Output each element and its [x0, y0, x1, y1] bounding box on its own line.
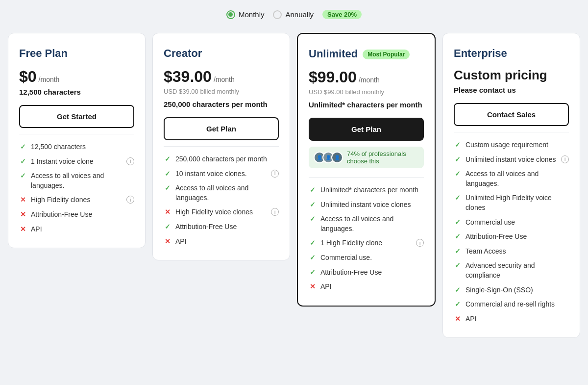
feature-text-group: API — [175, 237, 279, 247]
feature-text-group: Attribution-Free Use — [466, 232, 569, 242]
plan-price-period-free: /month — [39, 76, 60, 83]
feature-text-group: API — [320, 282, 424, 292]
cta-button-free[interactable]: Get Started — [19, 105, 134, 128]
info-icon[interactable]: i — [271, 208, 279, 216]
list-item: ✓1 High Fidelity clonei — [309, 238, 424, 248]
feature-text: Single-Sign-On (SSO) — [466, 285, 569, 295]
feature-text: Team Access — [466, 247, 569, 257]
feature-text: Commercial use — [466, 218, 569, 228]
divider — [309, 177, 424, 178]
list-item: ✕API — [19, 225, 134, 234]
monthly-label: Monthly — [239, 10, 265, 19]
info-icon[interactable]: i — [126, 157, 134, 165]
feature-text: 1 Instant voice clone — [31, 157, 123, 167]
feature-text: 12,500 characters — [31, 142, 134, 152]
social-proof-avatars: 👤👤👤 — [314, 152, 343, 163]
feature-text-group: API — [31, 225, 134, 234]
feature-text: 250,000 characters per month — [175, 154, 279, 164]
list-item: ✓Unlimited High Fidelity voice clones — [454, 193, 569, 212]
feature-text-group: Attribution-Free Use — [175, 222, 279, 232]
feature-text-group: Custom usage requirement — [466, 140, 569, 150]
check-icon: ✓ — [454, 261, 462, 269]
feature-text-group: Attribution-Free Use — [31, 210, 134, 220]
list-item: ✓Commercial use. — [309, 253, 424, 263]
feature-text-group: Access to all voices and languages. — [320, 214, 424, 233]
feature-text: Unlimited High Fidelity voice clones — [466, 193, 569, 212]
list-item: ✓Commercial and re-sell rights — [454, 300, 569, 309]
list-item: ✓Unlimited instant voice clonesi — [454, 155, 569, 165]
feature-list-unlimited: ✓Unlimited* characters per month✓Unlimit… — [309, 185, 424, 292]
list-item: ✓Advanced security and compliance — [454, 261, 569, 280]
feature-text-group: Unlimited instant voice clones — [320, 200, 424, 210]
info-icon[interactable]: i — [561, 155, 569, 163]
check-icon: ✓ — [309, 186, 317, 194]
list-item: ✕API — [454, 314, 569, 324]
info-icon[interactable]: i — [271, 170, 279, 178]
list-item: ✓Commercial use — [454, 218, 569, 228]
plan-price-row-free: $0/month — [19, 68, 134, 86]
cross-icon: ✕ — [19, 210, 27, 218]
feature-text: High Fidelity voice clones — [175, 207, 268, 217]
feature-text-group: High Fidelity voice clonesi — [175, 207, 279, 217]
plan-name-creator: Creator — [164, 47, 279, 60]
cta-button-creator[interactable]: Get Plan — [164, 117, 279, 140]
check-icon: ✓ — [454, 286, 462, 294]
list-item: ✓1 Instant voice clonei — [19, 157, 134, 167]
plan-price-period-creator: /month — [214, 76, 235, 83]
list-item: ✓Attribution-Free Use — [309, 268, 424, 278]
plan-card-creator: Creator$39.00/monthUSD $39.00 billed mon… — [152, 33, 290, 260]
check-icon: ✓ — [19, 157, 27, 165]
feature-text: Advanced security and compliance — [466, 261, 569, 280]
plan-card-enterprise: EnterpriseCustom pricingPlease contact u… — [442, 33, 580, 338]
plan-name-unlimited: UnlimitedMost Popular — [309, 48, 424, 60]
feature-list-creator: ✓250,000 characters per month✓10 instant… — [164, 154, 279, 246]
cross-icon: ✕ — [454, 315, 462, 323]
plan-price-amount-unlimited: $99.00 — [309, 68, 357, 86]
feature-text-group: Commercial use. — [320, 253, 424, 263]
avatar: 👤 — [331, 152, 343, 163]
plan-subtitle-creator: USD $39.00 billed monthly — [164, 88, 279, 95]
list-item: ✓Attribution-Free Use — [454, 232, 569, 242]
feature-text: Access to all voices and languages. — [320, 214, 424, 233]
annually-option[interactable]: Annually — [273, 10, 314, 19]
monthly-radio[interactable] — [226, 10, 235, 19]
check-icon: ✓ — [454, 170, 462, 178]
divider — [164, 146, 279, 147]
check-icon: ✓ — [309, 215, 317, 223]
feature-text: Access to all voices and languages. — [175, 183, 279, 203]
feature-text: Attribution-Free Use — [320, 268, 424, 278]
feature-text-group: Team Access — [466, 247, 569, 257]
info-icon[interactable]: i — [126, 196, 134, 204]
feature-text-group: API — [466, 314, 569, 324]
check-icon: ✓ — [454, 194, 462, 202]
check-icon: ✓ — [454, 218, 462, 226]
feature-text-group: 1 Instant voice clonei — [31, 157, 134, 167]
check-icon: ✓ — [454, 247, 462, 255]
list-item: ✕API — [309, 282, 424, 292]
feature-list-enterprise: ✓Custom usage requirement✓Unlimited inst… — [454, 140, 569, 324]
annually-radio[interactable] — [273, 10, 282, 19]
list-item: ✓12,500 characters — [19, 142, 134, 152]
feature-text: Attribution-Free Use — [31, 210, 134, 220]
feature-text: Attribution-Free Use — [466, 232, 569, 242]
cta-button-unlimited[interactable]: Get Plan — [309, 118, 424, 141]
check-icon: ✓ — [164, 170, 172, 178]
monthly-option[interactable]: Monthly — [226, 10, 265, 19]
annually-label: Annually — [285, 10, 314, 19]
plan-characters-enterprise: Please contact us — [454, 86, 569, 94]
feature-text-group: Single-Sign-On (SSO) — [466, 285, 569, 295]
cross-icon: ✕ — [309, 282, 317, 290]
feature-text-group: Access to all voices and languages. — [466, 169, 569, 188]
cta-button-enterprise[interactable]: Contact Sales — [454, 103, 569, 126]
list-item: ✕High Fidelity clonesi — [19, 195, 134, 205]
feature-text-group: 12,500 characters — [31, 142, 134, 152]
plan-price-row-unlimited: $99.00/month — [309, 68, 424, 86]
feature-text-group: Access to all voices and languages. — [175, 183, 279, 203]
feature-text: API — [320, 282, 424, 292]
cross-icon: ✕ — [164, 237, 172, 245]
feature-text-group: 10 instant voice clones.i — [175, 169, 279, 179]
cross-icon: ✕ — [19, 225, 27, 233]
check-icon: ✓ — [164, 223, 172, 231]
check-icon: ✓ — [19, 143, 27, 151]
info-icon[interactable]: i — [416, 239, 424, 247]
